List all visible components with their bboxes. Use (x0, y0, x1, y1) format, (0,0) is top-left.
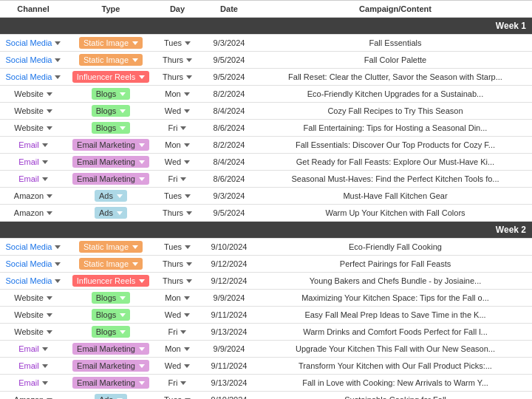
channel-dropdown-arrow[interactable] (42, 347, 48, 351)
day-cell[interactable]: Mon (155, 341, 200, 358)
day-dropdown-arrow[interactable] (180, 177, 186, 181)
day-dropdown-arrow[interactable] (180, 126, 186, 130)
type-dropdown-arrow[interactable] (132, 245, 138, 249)
channel-dropdown-arrow[interactable] (47, 109, 52, 113)
type-dropdown-arrow[interactable] (132, 262, 138, 266)
day-cell[interactable]: Fri (155, 171, 200, 188)
channel-dropdown-arrow[interactable] (55, 75, 61, 79)
channel-cell[interactable]: Website (0, 307, 66, 324)
type-dropdown-arrow[interactable] (132, 58, 138, 62)
type-dropdown-arrow[interactable] (139, 143, 145, 147)
type-dropdown-arrow[interactable] (120, 92, 126, 96)
channel-cell[interactable]: Website (0, 86, 66, 103)
day-dropdown-arrow[interactable] (185, 245, 191, 249)
type-dropdown-arrow[interactable] (139, 381, 145, 385)
type-dropdown-arrow[interactable] (120, 313, 126, 317)
day-cell[interactable]: Thurs (155, 273, 200, 290)
type-dropdown-arrow[interactable] (139, 75, 145, 79)
channel-cell[interactable]: Email (0, 171, 66, 188)
channel-dropdown-arrow[interactable] (55, 245, 61, 249)
day-cell[interactable]: Fri (155, 324, 200, 341)
day-cell[interactable]: Tues (155, 239, 200, 256)
day-dropdown-arrow[interactable] (184, 92, 190, 96)
type-dropdown-arrow[interactable] (120, 109, 126, 113)
channel-dropdown-arrow[interactable] (47, 92, 52, 96)
day-cell[interactable]: Wed (155, 103, 200, 120)
channel-dropdown-arrow[interactable] (42, 177, 48, 181)
channel-cell[interactable]: Social Media (0, 256, 66, 273)
channel-dropdown-arrow[interactable] (47, 194, 52, 198)
channel-dropdown-arrow[interactable] (47, 313, 52, 317)
day-dropdown-arrow[interactable] (185, 41, 191, 45)
type-cell[interactable]: Blogs (66, 290, 155, 307)
type-dropdown-arrow[interactable] (139, 364, 145, 368)
day-cell[interactable]: Thurs (155, 69, 200, 86)
channel-dropdown-arrow[interactable] (47, 330, 52, 334)
type-cell[interactable]: Blogs (66, 324, 155, 341)
day-dropdown-arrow[interactable] (186, 58, 192, 62)
channel-dropdown-arrow[interactable] (55, 279, 61, 283)
channel-cell[interactable]: Email (0, 375, 66, 392)
type-cell[interactable]: Blogs (66, 103, 155, 120)
type-cell[interactable]: Email Marketing (66, 375, 155, 392)
day-cell[interactable]: Tues (155, 392, 200, 400)
type-cell[interactable]: Email Marketing (66, 358, 155, 375)
channel-cell[interactable]: Website (0, 324, 66, 341)
channel-dropdown-arrow[interactable] (55, 41, 61, 45)
day-dropdown-arrow[interactable] (180, 381, 186, 385)
day-dropdown-arrow[interactable] (185, 194, 191, 198)
day-dropdown-arrow[interactable] (186, 262, 192, 266)
channel-cell[interactable]: Website (0, 103, 66, 120)
day-cell[interactable]: Wed (155, 154, 200, 171)
channel-cell[interactable]: Social Media (0, 52, 66, 69)
day-cell[interactable]: Tues (155, 188, 200, 205)
channel-cell[interactable]: Email (0, 154, 66, 171)
channel-cell[interactable]: Amazon (0, 205, 66, 222)
channel-cell[interactable]: Social Media (0, 273, 66, 290)
channel-dropdown-arrow[interactable] (42, 160, 48, 164)
channel-cell[interactable]: Social Media (0, 69, 66, 86)
type-cell[interactable]: Blogs (66, 86, 155, 103)
day-cell[interactable]: Thurs (155, 205, 200, 222)
type-cell[interactable]: Influencer Reels (66, 69, 155, 86)
day-dropdown-arrow[interactable] (186, 211, 192, 215)
day-cell[interactable]: Tues (155, 35, 200, 52)
type-dropdown-arrow[interactable] (139, 347, 145, 351)
day-dropdown-arrow[interactable] (184, 296, 190, 300)
day-dropdown-arrow[interactable] (184, 313, 190, 317)
type-dropdown-arrow[interactable] (120, 126, 126, 130)
type-cell[interactable]: Static Image (66, 239, 155, 256)
type-cell[interactable]: Blogs (66, 120, 155, 137)
channel-dropdown-arrow[interactable] (47, 296, 52, 300)
type-cell[interactable]: Blogs (66, 307, 155, 324)
type-dropdown-arrow[interactable] (139, 279, 145, 283)
day-dropdown-arrow[interactable] (186, 75, 192, 79)
type-cell[interactable]: Static Image (66, 256, 155, 273)
day-dropdown-arrow[interactable] (184, 347, 190, 351)
type-cell[interactable]: Ads (66, 205, 155, 222)
type-dropdown-arrow[interactable] (117, 211, 123, 215)
day-cell[interactable]: Mon (155, 137, 200, 154)
day-cell[interactable]: Fri (155, 120, 200, 137)
channel-cell[interactable]: Website (0, 290, 66, 307)
type-dropdown-arrow[interactable] (120, 330, 126, 334)
type-dropdown-arrow[interactable] (139, 160, 145, 164)
day-cell[interactable]: Wed (155, 358, 200, 375)
channel-dropdown-arrow[interactable] (47, 211, 52, 215)
type-cell[interactable]: Email Marketing (66, 137, 155, 154)
day-cell[interactable]: Thurs (155, 256, 200, 273)
type-dropdown-arrow[interactable] (139, 177, 145, 181)
type-cell[interactable]: Email Marketing (66, 341, 155, 358)
day-cell[interactable]: Mon (155, 86, 200, 103)
day-dropdown-arrow[interactable] (184, 109, 190, 113)
day-dropdown-arrow[interactable] (184, 143, 190, 147)
type-cell[interactable]: Static Image (66, 35, 155, 52)
day-dropdown-arrow[interactable] (186, 279, 192, 283)
channel-cell[interactable]: Amazon (0, 188, 66, 205)
day-dropdown-arrow[interactable] (180, 330, 186, 334)
type-dropdown-arrow[interactable] (132, 41, 138, 45)
channel-dropdown-arrow[interactable] (47, 126, 52, 130)
channel-dropdown-arrow[interactable] (42, 143, 48, 147)
type-cell[interactable]: Static Image (66, 52, 155, 69)
day-cell[interactable]: Fri (155, 375, 200, 392)
